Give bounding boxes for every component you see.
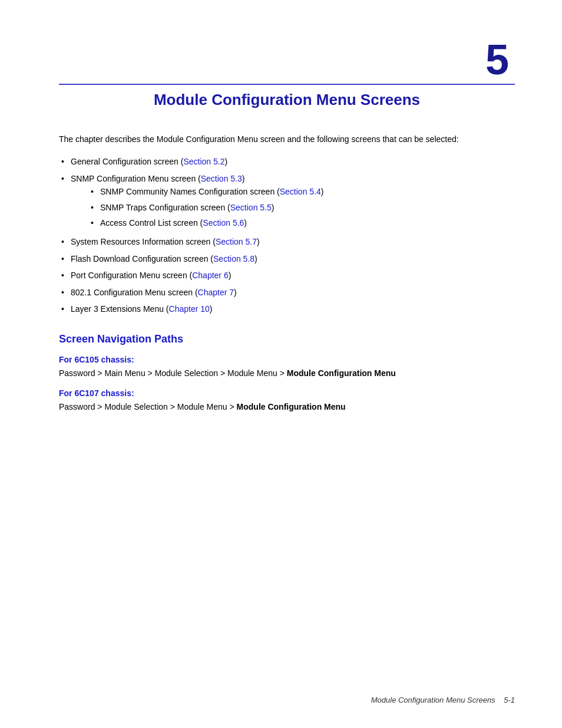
chapter-number: 5 bbox=[59, 35, 515, 84]
page-footer: Module Configuration Menu Screens 5-1 bbox=[371, 696, 515, 704]
footer-text: Module Configuration Menu Screens 5-1 bbox=[371, 696, 515, 704]
link-section-5.4[interactable]: Section 5.4 bbox=[280, 187, 321, 196]
link-section-5.3[interactable]: Section 5.3 bbox=[201, 174, 242, 183]
list-item-4: Flash Download Configuration screen (Sec… bbox=[59, 252, 515, 265]
list-item-1: General Configuration screen (Section 5.… bbox=[59, 155, 515, 168]
chassis-6c107-heading: For 6C107 chassis: bbox=[59, 388, 515, 398]
intro-paragraph: The chapter describes the Module Configu… bbox=[59, 133, 515, 146]
chapter-divider bbox=[59, 84, 515, 85]
link-section-5.2[interactable]: Section 5.2 bbox=[183, 157, 224, 166]
screen-nav-title: Screen Navigation Paths bbox=[59, 333, 515, 345]
list-item-7: Layer 3 Extensions Menu (Chapter 10) bbox=[59, 302, 515, 315]
chassis-6c107-path-plain: Password > Module Selection > Module Men… bbox=[59, 402, 237, 411]
item-2-text: SNMP Configuration Menu screen ( bbox=[71, 174, 201, 183]
chassis-6c105-path-bold: Module Configuration Menu bbox=[287, 368, 396, 378]
list-item-3: System Resources Information screen (Sec… bbox=[59, 235, 515, 248]
link-chapter-6[interactable]: Chapter 6 bbox=[192, 271, 228, 280]
chassis-6c105-path-plain: Password > Main Menu > Module Selection … bbox=[59, 368, 287, 378]
footer-page-number: 5-1 bbox=[504, 696, 515, 704]
main-bullet-list: General Configuration screen (Section 5.… bbox=[59, 155, 515, 315]
list-item-5: Port Configuration Menu screen (Chapter … bbox=[59, 269, 515, 282]
link-section-5.6[interactable]: Section 5.6 bbox=[203, 218, 244, 228]
page-container: 5 Module Configuration Menu Screens The … bbox=[0, 0, 562, 728]
list-item-2: SNMP Configuration Menu screen (Section … bbox=[59, 172, 515, 230]
link-section-5.7[interactable]: Section 5.7 bbox=[216, 237, 257, 246]
chassis-6c107-path-bold: Module Configuration Menu bbox=[237, 402, 346, 411]
sub-list-item-3: Access Control List screen (Section 5.6) bbox=[88, 216, 515, 229]
list-item-6: 802.1 Configuration Menu screen (Chapter… bbox=[59, 286, 515, 299]
link-chapter-7[interactable]: Chapter 7 bbox=[198, 288, 234, 297]
sub-list-item-1: SNMP Community Names Configuration scree… bbox=[88, 185, 515, 198]
chassis-6c105-path: Password > Main Menu > Module Selection … bbox=[59, 367, 515, 380]
sub-list-item-2: SNMP Traps Configuration screen (Section… bbox=[88, 201, 515, 214]
chapter-title: Module Configuration Menu Screens bbox=[59, 91, 515, 109]
item-1-text: General Configuration screen ( bbox=[71, 157, 183, 166]
link-chapter-10[interactable]: Chapter 10 bbox=[169, 304, 210, 314]
chassis-6c107-path: Password > Module Selection > Module Men… bbox=[59, 400, 515, 413]
link-section-5.5[interactable]: Section 5.5 bbox=[230, 203, 272, 212]
chassis-6c105-heading: For 6C105 chassis: bbox=[59, 355, 515, 364]
link-section-5.8[interactable]: Section 5.8 bbox=[213, 254, 254, 263]
sub-bullet-list: SNMP Community Names Configuration scree… bbox=[88, 185, 515, 229]
footer-chapter-title: Module Configuration Menu Screens bbox=[371, 696, 495, 704]
